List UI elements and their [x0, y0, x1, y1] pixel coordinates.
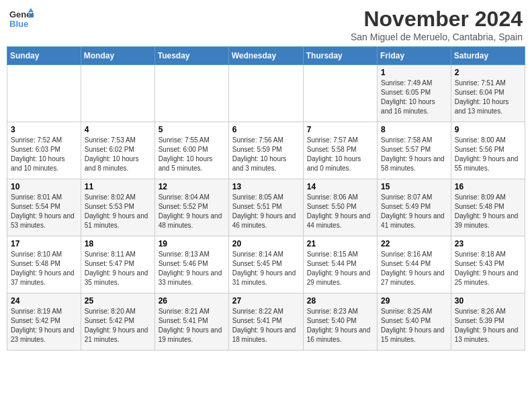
- title-block: November 2024 San Miguel de Meruelo, Can…: [351, 7, 523, 42]
- calendar-cell: 9Sunrise: 8:00 AMSunset: 5:56 PMDaylight…: [451, 122, 525, 179]
- day-number: 2: [455, 68, 521, 77]
- calendar-cell: 16Sunrise: 8:09 AMSunset: 5:48 PMDayligh…: [451, 179, 525, 236]
- day-number: 16: [455, 182, 521, 191]
- calendar-cell: 23Sunrise: 8:18 AMSunset: 5:43 PMDayligh…: [451, 236, 525, 293]
- day-info: Sunrise: 8:02 AMSunset: 5:53 PMDaylight:…: [85, 193, 151, 230]
- day-info: Sunrise: 7:55 AMSunset: 6:00 PMDaylight:…: [159, 136, 225, 173]
- calendar-cell: 15Sunrise: 8:07 AMSunset: 5:49 PMDayligh…: [378, 179, 451, 236]
- day-number: 27: [232, 296, 300, 306]
- day-info: Sunrise: 8:09 AMSunset: 5:48 PMDaylight:…: [455, 193, 521, 230]
- day-info: Sunrise: 8:21 AMSunset: 5:41 PMDaylight:…: [159, 307, 225, 345]
- day-number: 18: [85, 239, 151, 248]
- day-info: Sunrise: 8:07 AMSunset: 5:49 PMDaylight:…: [381, 193, 447, 230]
- day-number: 21: [307, 239, 373, 248]
- day-info: Sunrise: 8:19 AMSunset: 5:42 PMDaylight:…: [11, 307, 77, 345]
- day-info: Sunrise: 8:05 AMSunset: 5:51 PMDaylight:…: [232, 193, 300, 230]
- calendar-cell: 18Sunrise: 8:11 AMSunset: 5:47 PMDayligh…: [81, 236, 154, 293]
- day-number: 22: [381, 239, 447, 248]
- svg-text:Blue: Blue: [9, 19, 28, 29]
- calendar-cell: 25Sunrise: 8:20 AMSunset: 5:42 PMDayligh…: [81, 293, 154, 351]
- location-title: San Miguel de Meruelo, Cantabria, Spain: [351, 32, 523, 42]
- day-info: Sunrise: 8:14 AMSunset: 5:45 PMDaylight:…: [232, 250, 300, 287]
- day-info: Sunrise: 8:04 AMSunset: 5:52 PMDaylight:…: [159, 193, 225, 230]
- weekday-header-row: SundayMondayTuesdayWednesdayThursdayFrid…: [7, 47, 525, 65]
- day-number: 5: [159, 125, 225, 134]
- calendar-cell: 27Sunrise: 8:22 AMSunset: 5:41 PMDayligh…: [228, 293, 303, 351]
- day-number: 10: [11, 182, 77, 191]
- calendar-cell: 10Sunrise: 8:01 AMSunset: 5:54 PMDayligh…: [7, 179, 81, 236]
- day-number: 24: [11, 296, 77, 306]
- logo: General Blue: [9, 7, 34, 31]
- day-number: 25: [85, 296, 151, 306]
- calendar-cell: 20Sunrise: 8:14 AMSunset: 5:45 PMDayligh…: [228, 236, 303, 293]
- calendar-table: SundayMondayTuesdayWednesdayThursdayFrid…: [7, 46, 525, 351]
- day-number: 19: [159, 239, 225, 248]
- calendar-cell: [154, 65, 228, 122]
- day-info: Sunrise: 8:00 AMSunset: 5:56 PMDaylight:…: [455, 136, 521, 173]
- day-info: Sunrise: 8:22 AMSunset: 5:41 PMDaylight:…: [232, 307, 300, 345]
- calendar-cell: 2Sunrise: 7:51 AMSunset: 6:04 PMDaylight…: [451, 65, 525, 122]
- calendar-cell: [81, 65, 154, 122]
- calendar-cell: 12Sunrise: 8:04 AMSunset: 5:52 PMDayligh…: [154, 179, 228, 236]
- weekday-header-monday: Monday: [81, 47, 154, 65]
- day-info: Sunrise: 7:53 AMSunset: 6:02 PMDaylight:…: [85, 136, 151, 173]
- calendar-cell: 6Sunrise: 7:56 AMSunset: 5:59 PMDaylight…: [228, 122, 303, 179]
- calendar-cell: 8Sunrise: 7:58 AMSunset: 5:57 PMDaylight…: [378, 122, 451, 179]
- calendar-week-1: 1Sunrise: 7:49 AMSunset: 6:05 PMDaylight…: [7, 65, 525, 122]
- day-info: Sunrise: 8:10 AMSunset: 5:48 PMDaylight:…: [11, 250, 77, 287]
- calendar-cell: 11Sunrise: 8:02 AMSunset: 5:53 PMDayligh…: [81, 179, 154, 236]
- calendar-week-3: 10Sunrise: 8:01 AMSunset: 5:54 PMDayligh…: [7, 179, 525, 236]
- day-info: Sunrise: 8:01 AMSunset: 5:54 PMDaylight:…: [11, 193, 77, 230]
- day-info: Sunrise: 8:13 AMSunset: 5:46 PMDaylight:…: [159, 250, 225, 287]
- weekday-header-thursday: Thursday: [303, 47, 377, 65]
- day-number: 23: [455, 239, 521, 248]
- day-info: Sunrise: 8:18 AMSunset: 5:43 PMDaylight:…: [455, 250, 521, 287]
- day-info: Sunrise: 8:06 AMSunset: 5:50 PMDaylight:…: [307, 193, 373, 230]
- day-info: Sunrise: 8:23 AMSunset: 5:40 PMDaylight:…: [307, 307, 373, 345]
- calendar-cell: 24Sunrise: 8:19 AMSunset: 5:42 PMDayligh…: [7, 293, 81, 351]
- day-info: Sunrise: 8:15 AMSunset: 5:44 PMDaylight:…: [307, 250, 373, 287]
- day-info: Sunrise: 7:49 AMSunset: 6:05 PMDaylight:…: [381, 79, 447, 116]
- day-number: 29: [381, 296, 447, 306]
- weekday-header-sunday: Sunday: [7, 47, 81, 65]
- day-number: 9: [455, 125, 521, 134]
- day-number: 7: [307, 125, 373, 134]
- calendar-cell: 1Sunrise: 7:49 AMSunset: 6:05 PMDaylight…: [378, 65, 451, 122]
- day-info: Sunrise: 7:51 AMSunset: 6:04 PMDaylight:…: [455, 79, 521, 116]
- day-number: 20: [232, 239, 300, 248]
- day-info: Sunrise: 7:52 AMSunset: 6:03 PMDaylight:…: [11, 136, 77, 173]
- calendar-cell: 29Sunrise: 8:25 AMSunset: 5:40 PMDayligh…: [378, 293, 451, 351]
- day-number: 3: [11, 125, 77, 134]
- day-number: 14: [307, 182, 373, 191]
- month-title: November 2024: [351, 7, 523, 32]
- day-number: 6: [232, 125, 300, 134]
- weekday-header-saturday: Saturday: [451, 47, 525, 65]
- day-number: 11: [85, 182, 151, 191]
- calendar-cell: 21Sunrise: 8:15 AMSunset: 5:44 PMDayligh…: [303, 236, 377, 293]
- calendar-cell: 4Sunrise: 7:53 AMSunset: 6:02 PMDaylight…: [81, 122, 154, 179]
- day-number: 28: [307, 296, 373, 306]
- day-number: 1: [381, 68, 447, 77]
- calendar-cell: 3Sunrise: 7:52 AMSunset: 6:03 PMDaylight…: [7, 122, 81, 179]
- day-info: Sunrise: 7:58 AMSunset: 5:57 PMDaylight:…: [381, 136, 447, 173]
- day-number: 30: [455, 296, 521, 306]
- day-info: Sunrise: 8:25 AMSunset: 5:40 PMDaylight:…: [381, 307, 447, 345]
- day-info: Sunrise: 7:57 AMSunset: 5:58 PMDaylight:…: [307, 136, 373, 173]
- calendar-cell: 22Sunrise: 8:16 AMSunset: 5:44 PMDayligh…: [378, 236, 451, 293]
- day-info: Sunrise: 8:11 AMSunset: 5:47 PMDaylight:…: [85, 250, 151, 287]
- calendar-cell: 19Sunrise: 8:13 AMSunset: 5:46 PMDayligh…: [154, 236, 228, 293]
- calendar-week-4: 17Sunrise: 8:10 AMSunset: 5:48 PMDayligh…: [7, 236, 525, 293]
- day-number: 15: [381, 182, 447, 191]
- calendar-cell: 7Sunrise: 7:57 AMSunset: 5:58 PMDaylight…: [303, 122, 377, 179]
- calendar-cell: 28Sunrise: 8:23 AMSunset: 5:40 PMDayligh…: [303, 293, 377, 351]
- weekday-header-wednesday: Wednesday: [228, 47, 303, 65]
- calendar-cell: 14Sunrise: 8:06 AMSunset: 5:50 PMDayligh…: [303, 179, 377, 236]
- svg-marker-3: [30, 13, 34, 17]
- calendar-week-5: 24Sunrise: 8:19 AMSunset: 5:42 PMDayligh…: [7, 293, 525, 351]
- day-number: 13: [232, 182, 300, 191]
- day-number: 8: [381, 125, 447, 134]
- day-number: 4: [85, 125, 151, 134]
- calendar-cell: 17Sunrise: 8:10 AMSunset: 5:48 PMDayligh…: [7, 236, 81, 293]
- calendar-week-2: 3Sunrise: 7:52 AMSunset: 6:03 PMDaylight…: [7, 122, 525, 179]
- day-info: Sunrise: 8:26 AMSunset: 5:39 PMDaylight:…: [455, 307, 521, 345]
